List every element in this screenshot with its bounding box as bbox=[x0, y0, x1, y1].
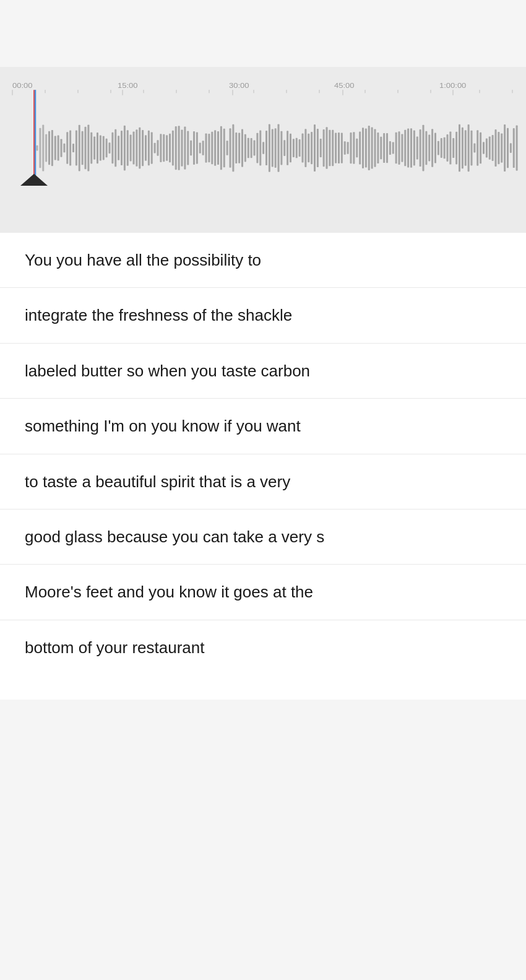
svg-rect-40 bbox=[85, 127, 87, 170]
svg-rect-80 bbox=[205, 133, 207, 162]
transcript-line-3[interactable]: something I'm on you know if you want bbox=[0, 399, 526, 454]
svg-rect-168 bbox=[471, 131, 473, 166]
svg-rect-182 bbox=[513, 128, 515, 168]
svg-rect-107 bbox=[287, 131, 288, 165]
svg-rect-31 bbox=[58, 136, 59, 161]
transcript-line-0[interactable]: You you have all the possibility to bbox=[0, 233, 526, 288]
svg-text:1:00:00: 1:00:00 bbox=[439, 81, 467, 89]
svg-rect-95 bbox=[251, 138, 252, 158]
svg-rect-146 bbox=[404, 130, 406, 167]
transcript-line-4[interactable]: to taste a beautiful spirit that is a ve… bbox=[0, 454, 526, 510]
svg-rect-140 bbox=[386, 133, 388, 163]
svg-rect-154 bbox=[428, 135, 430, 162]
svg-rect-178 bbox=[501, 133, 502, 162]
svg-rect-44 bbox=[97, 132, 98, 163]
svg-rect-52 bbox=[121, 131, 123, 165]
waveform-container[interactable]: 00:00 15:00 30:00 45:00 1:00:00 bbox=[0, 72, 526, 233]
svg-rect-27 bbox=[45, 134, 47, 162]
svg-rect-172 bbox=[483, 142, 485, 154]
svg-rect-82 bbox=[211, 132, 213, 165]
svg-rect-143 bbox=[395, 132, 397, 164]
svg-rect-102 bbox=[272, 129, 274, 167]
transcript-line-7[interactable]: bottom of your restaurant bbox=[0, 620, 526, 675]
svg-rect-81 bbox=[208, 134, 210, 162]
svg-rect-37 bbox=[75, 131, 77, 166]
transcript-line-5[interactable]: good glass because you can take a very s bbox=[0, 510, 526, 565]
svg-rect-55 bbox=[130, 135, 132, 162]
svg-rect-138 bbox=[380, 137, 382, 160]
svg-rect-30 bbox=[54, 136, 56, 160]
svg-rect-164 bbox=[459, 124, 460, 171]
svg-rect-147 bbox=[407, 129, 409, 168]
svg-rect-161 bbox=[449, 131, 451, 164]
waveform-display[interactable]: 00:00 15:00 30:00 45:00 1:00:00 bbox=[0, 78, 526, 202]
svg-rect-163 bbox=[455, 132, 457, 165]
svg-text:15:00: 15:00 bbox=[118, 81, 138, 89]
svg-rect-92 bbox=[241, 129, 243, 167]
svg-rect-153 bbox=[425, 131, 427, 165]
svg-rect-69 bbox=[172, 131, 174, 166]
svg-rect-33 bbox=[63, 144, 65, 152]
svg-rect-76 bbox=[193, 131, 195, 165]
svg-rect-122 bbox=[332, 130, 334, 166]
svg-rect-149 bbox=[413, 131, 415, 166]
svg-rect-72 bbox=[181, 129, 183, 166]
timer-section bbox=[0, 17, 526, 67]
svg-rect-173 bbox=[486, 139, 488, 158]
svg-rect-128 bbox=[350, 132, 352, 163]
svg-rect-43 bbox=[93, 136, 95, 159]
svg-rect-175 bbox=[492, 135, 494, 161]
svg-rect-45 bbox=[100, 136, 101, 161]
svg-rect-103 bbox=[275, 128, 277, 168]
svg-rect-93 bbox=[244, 134, 246, 162]
svg-rect-46 bbox=[103, 136, 105, 160]
svg-rect-124 bbox=[338, 132, 340, 163]
svg-rect-162 bbox=[452, 138, 454, 158]
svg-rect-85 bbox=[220, 126, 222, 170]
svg-rect-94 bbox=[248, 138, 249, 158]
svg-rect-42 bbox=[90, 132, 92, 164]
svg-rect-35 bbox=[69, 131, 71, 166]
svg-rect-174 bbox=[489, 136, 491, 159]
svg-rect-177 bbox=[498, 132, 499, 164]
svg-rect-170 bbox=[476, 130, 478, 165]
svg-rect-133 bbox=[365, 128, 367, 167]
svg-rect-29 bbox=[51, 130, 53, 166]
svg-rect-48 bbox=[109, 142, 111, 154]
svg-rect-77 bbox=[196, 132, 198, 163]
timeline-labels bbox=[0, 67, 526, 72]
svg-rect-75 bbox=[190, 141, 192, 155]
svg-rect-36 bbox=[72, 144, 74, 152]
svg-rect-151 bbox=[420, 129, 421, 167]
svg-rect-63 bbox=[154, 143, 156, 154]
svg-rect-71 bbox=[178, 126, 180, 170]
svg-rect-157 bbox=[438, 141, 439, 155]
svg-rect-113 bbox=[304, 129, 306, 167]
svg-rect-176 bbox=[495, 129, 497, 167]
svg-rect-66 bbox=[163, 134, 165, 162]
svg-rect-32 bbox=[61, 139, 63, 157]
svg-rect-97 bbox=[256, 133, 258, 163]
transcript-line-2[interactable]: labeled butter so when you taste carbon bbox=[0, 344, 526, 399]
svg-rect-50 bbox=[114, 129, 116, 167]
svg-rect-119 bbox=[323, 129, 325, 167]
transcript-line-1[interactable]: integrate the freshness of the shackle bbox=[0, 288, 526, 343]
waveform-section[interactable]: 00:00 15:00 30:00 45:00 1:00:00 bbox=[0, 67, 526, 233]
svg-rect-99 bbox=[262, 142, 264, 154]
svg-rect-166 bbox=[465, 130, 467, 166]
svg-rect-104 bbox=[278, 124, 280, 171]
svg-rect-134 bbox=[368, 126, 370, 170]
svg-rect-59 bbox=[142, 130, 144, 166]
svg-rect-135 bbox=[371, 128, 373, 169]
svg-rect-74 bbox=[187, 131, 189, 165]
svg-rect-167 bbox=[468, 124, 470, 171]
svg-rect-152 bbox=[423, 125, 425, 171]
svg-rect-105 bbox=[280, 131, 282, 165]
svg-rect-123 bbox=[335, 132, 337, 163]
transcript-line-6[interactable]: Moore's feet and you know it goes at the bbox=[0, 565, 526, 620]
svg-rect-116 bbox=[314, 124, 316, 171]
svg-rect-150 bbox=[416, 137, 418, 160]
svg-rect-100 bbox=[265, 131, 267, 165]
svg-rect-136 bbox=[374, 129, 376, 167]
svg-rect-160 bbox=[447, 134, 449, 162]
